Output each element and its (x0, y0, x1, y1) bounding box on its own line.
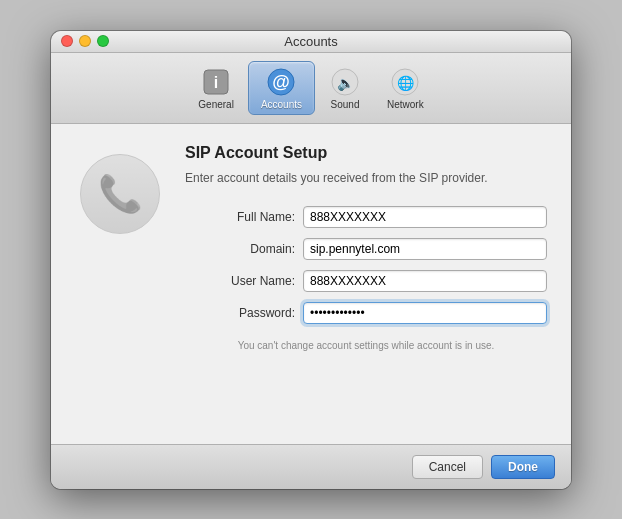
content-inner: 📞 SIP Account Setup Enter account detail… (75, 144, 547, 420)
phone-icon-circle: 📞 (80, 154, 160, 234)
toolbar-item-accounts[interactable]: @ Accounts (248, 61, 315, 115)
accounts-icon: @ (265, 66, 297, 98)
minimize-button[interactable] (79, 35, 91, 47)
general-label: General (198, 99, 234, 110)
warning-text: You can't change account settings while … (185, 340, 547, 351)
toolbar-item-sound[interactable]: 🔈 Sound (317, 62, 373, 114)
password-label: Password: (185, 306, 295, 320)
general-icon: i (200, 66, 232, 98)
setup-subtitle: Enter account details you received from … (185, 170, 547, 187)
content-area: 📞 SIP Account Setup Enter account detail… (51, 124, 571, 444)
toolbar-item-general[interactable]: i General (186, 62, 246, 114)
domain-input[interactable] (303, 238, 547, 260)
svg-text:🌐: 🌐 (397, 75, 415, 92)
network-label: Network (387, 99, 424, 110)
svg-text:@: @ (273, 72, 291, 92)
setup-title: SIP Account Setup (185, 144, 547, 162)
cancel-button[interactable]: Cancel (412, 455, 483, 479)
bottom-bar: Cancel Done (51, 444, 571, 489)
full-name-label: Full Name: (185, 210, 295, 224)
toolbar-item-network[interactable]: 🌐 Network (375, 62, 436, 114)
traffic-lights (61, 35, 109, 47)
accounts-label: Accounts (261, 99, 302, 110)
maximize-button[interactable] (97, 35, 109, 47)
done-button[interactable]: Done (491, 455, 555, 479)
network-icon: 🌐 (389, 66, 421, 98)
close-button[interactable] (61, 35, 73, 47)
phone-background: 📞 (75, 144, 165, 420)
form-area: SIP Account Setup Enter account details … (185, 144, 547, 420)
main-window: Accounts i General @ Accounts 🔈 Sound 🌐 … (51, 31, 571, 489)
form-grid: Full Name:Domain:User Name:Password: (185, 206, 547, 324)
toolbar: i General @ Accounts 🔈 Sound 🌐 Network (51, 53, 571, 124)
window-title: Accounts (284, 34, 337, 49)
domain-label: Domain: (185, 242, 295, 256)
user-name-input[interactable] (303, 270, 547, 292)
svg-text:i: i (214, 74, 218, 91)
sound-icon: 🔈 (329, 66, 361, 98)
password-input[interactable] (303, 302, 547, 324)
svg-text:🔈: 🔈 (337, 75, 355, 92)
full-name-input[interactable] (303, 206, 547, 228)
user-name-label: User Name: (185, 274, 295, 288)
sound-label: Sound (331, 99, 360, 110)
titlebar: Accounts (51, 31, 571, 53)
phone-icon: 📞 (98, 173, 143, 215)
